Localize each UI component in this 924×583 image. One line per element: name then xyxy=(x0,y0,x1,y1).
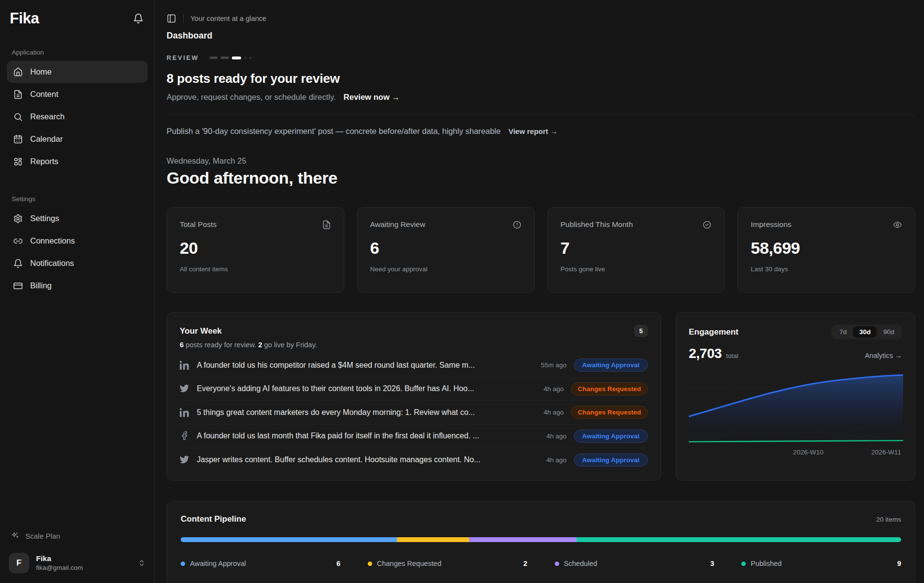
post-time: 4h ago xyxy=(547,456,566,464)
stat-label: Total Posts xyxy=(180,220,217,229)
post-title: A founder told us last month that Fika p… xyxy=(197,432,539,440)
status-badge[interactable]: Awaiting Approval xyxy=(574,358,648,372)
step-indicator-active xyxy=(232,56,241,59)
range-90d[interactable]: 90d xyxy=(877,326,901,338)
post-title: 5 things great content marketers do ever… xyxy=(197,408,536,417)
week-subtitle: 6 posts ready for review. 2 go live by F… xyxy=(180,341,648,349)
post-title: A founder told us his competitor raised … xyxy=(197,361,533,370)
avatar: F xyxy=(9,553,29,573)
stat-label: Awaiting Review xyxy=(370,220,425,229)
status-badge[interactable]: Changes Requested xyxy=(571,382,648,395)
legend-count: 2 xyxy=(523,560,527,567)
notifications-bell-icon[interactable] xyxy=(133,13,144,24)
sidebar-toggle-icon[interactable] xyxy=(167,14,176,23)
sidebar-item-reports[interactable]: Reports xyxy=(7,150,148,172)
status-badge[interactable]: Changes Requested xyxy=(571,406,648,419)
credit-card-icon xyxy=(13,281,23,291)
sidebar-item-billing[interactable]: Billing xyxy=(7,275,148,297)
sidebar-item-label: Content xyxy=(30,90,58,99)
week-count-badge: 5 xyxy=(634,325,648,337)
status-badge[interactable]: Awaiting Approval xyxy=(574,430,648,443)
step-indicator xyxy=(249,56,252,59)
legend-dot xyxy=(741,562,746,566)
sidebar-item-label: Calendar xyxy=(30,134,63,144)
stat-value: 20 xyxy=(180,239,331,258)
facebook-icon xyxy=(180,431,189,441)
sidebar-item-connections[interactable]: Connections xyxy=(7,230,148,252)
legend-dot xyxy=(181,562,185,566)
pipeline-legend: Awaiting Approval 6 Changes Requested 2 … xyxy=(181,560,901,567)
eye-icon xyxy=(893,220,902,229)
chevrons-up-down-icon[interactable] xyxy=(138,559,146,567)
post-title: Everyone's adding AI features to their c… xyxy=(197,384,536,393)
main-content: Your content at a glance Dashboard REVIE… xyxy=(155,0,924,583)
legend-count: 3 xyxy=(710,560,714,567)
divider xyxy=(183,14,184,23)
review-heading: 8 posts ready for your review xyxy=(167,71,915,86)
legend-count: 9 xyxy=(897,560,901,567)
legend-item: Published 9 xyxy=(741,560,901,567)
legend-label: Awaiting Approval xyxy=(190,560,246,567)
week-row[interactable]: A founder told us his competitor raised … xyxy=(180,354,648,377)
step-indicator xyxy=(244,56,246,59)
sparkles-icon xyxy=(11,531,19,540)
sidebar-item-settings[interactable]: Settings xyxy=(7,207,148,229)
range-7d[interactable]: 7d xyxy=(833,326,853,338)
check-circle-icon xyxy=(702,220,712,229)
stat-value: 58,699 xyxy=(751,239,902,258)
review-subtext: Approve, request changes, or schedule di… xyxy=(167,93,336,102)
post-title: Jasper writes content. Buffer schedules … xyxy=(197,455,539,464)
sidebar-item-content[interactable]: Content xyxy=(7,83,148,105)
sidebar-item-label: Reports xyxy=(30,157,58,166)
engagement-card: Engagement 7d 30d 90d 2,703 total Analyt… xyxy=(676,312,915,481)
alert-circle-icon xyxy=(512,220,522,229)
legend-label: Changes Requested xyxy=(377,560,441,567)
your-week-title: Your Week xyxy=(180,326,222,336)
step-indicator xyxy=(221,56,229,59)
range-30d[interactable]: 30d xyxy=(853,326,877,338)
stat-subtext: Last 30 days xyxy=(751,265,902,273)
week-row[interactable]: A founder told us last month that Fika p… xyxy=(180,425,648,449)
sidebar-item-notifications[interactable]: Notifications xyxy=(7,252,148,274)
linkedin-icon xyxy=(180,360,189,370)
stats-row: Total Posts 20 All content items Awaitin… xyxy=(167,207,915,293)
status-badge[interactable]: Awaiting Approval xyxy=(574,453,648,467)
twitter-icon xyxy=(180,384,189,394)
twitter-icon xyxy=(180,455,189,465)
x-axis-label: 2026-W11 xyxy=(871,449,901,456)
user-menu[interactable]: F Fika fika@gmail.com xyxy=(7,553,148,573)
stat-subtext: All content items xyxy=(180,265,331,273)
stat-label: Published This Month xyxy=(561,220,633,229)
gear-icon xyxy=(13,214,23,224)
plan-badge[interactable]: Scale Plan xyxy=(7,531,148,540)
sidebar-section-application: Application xyxy=(12,49,148,56)
sidebar-item-calendar[interactable]: Calendar xyxy=(7,128,148,150)
pipeline-stacked-bar xyxy=(181,537,901,542)
review-now-link[interactable]: Review now → xyxy=(343,93,400,102)
file-text-icon xyxy=(322,220,331,229)
stat-card-awaiting-review: Awaiting Review 6 Need your approval xyxy=(357,207,535,293)
stat-value: 7 xyxy=(561,239,712,258)
user-name: Fika xyxy=(36,554,83,564)
sidebar: Fika Application Home Content Research C… xyxy=(0,0,155,583)
content-pipeline-card: Content Pipeline 20 items Awaiting Appro… xyxy=(167,501,915,583)
week-row[interactable]: 5 things great content marketers do ever… xyxy=(180,401,648,425)
week-row[interactable]: Jasper writes content. Buffer schedules … xyxy=(180,448,648,472)
legend-label: Scheduled xyxy=(564,560,598,567)
sidebar-item-label: Research xyxy=(30,112,65,121)
view-report-link[interactable]: View report → xyxy=(509,127,558,135)
plan-label: Scale Plan xyxy=(25,532,60,540)
sidebar-item-home[interactable]: Home xyxy=(7,61,148,83)
date-line: Wednesday, March 25 xyxy=(167,156,915,166)
engagement-chart: 2026-W10 2026-W11 xyxy=(689,369,902,457)
pipeline-segment-awaiting xyxy=(181,537,397,542)
analytics-link[interactable]: Analytics → xyxy=(865,352,902,359)
link-icon xyxy=(13,236,23,246)
step-indicator xyxy=(209,56,218,59)
stat-value: 6 xyxy=(370,239,522,258)
sidebar-section-settings: Settings xyxy=(12,195,148,203)
stat-subtext: Need your approval xyxy=(370,265,522,273)
sidebar-item-research[interactable]: Research xyxy=(7,106,148,128)
week-row[interactable]: Everyone's adding AI features to their c… xyxy=(180,377,648,401)
calendar-icon xyxy=(13,134,23,144)
